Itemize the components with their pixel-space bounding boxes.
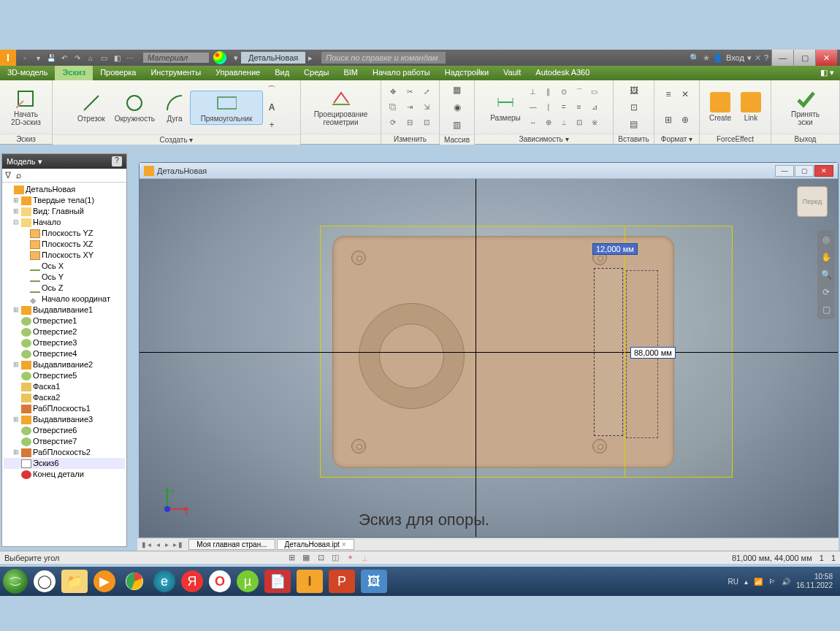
tree-view[interactable]: ⊞Вид: Главный [4, 206, 125, 217]
dimension-value-top[interactable]: 12,000 мм [592, 243, 638, 255]
tree-axis-z[interactable]: Ось Z [4, 283, 125, 294]
taskbar-explorer-icon[interactable]: 📁 [61, 570, 88, 593]
tray-flag-icon[interactable]: 🏳 [768, 578, 776, 586]
format-icon[interactable]: ≡ [660, 86, 676, 102]
dimension-button[interactable]: Размеры [486, 91, 525, 123]
star-icon[interactable]: ★ [703, 53, 710, 63]
tree-hole6[interactable]: Отверстие6 [4, 425, 125, 436]
taskbar-edge-icon[interactable]: e [153, 570, 175, 592]
line-button[interactable]: Отрезок [73, 91, 110, 124]
find-icon[interactable]: ⌕ [16, 170, 21, 180]
active-document-tab[interactable]: ДетальНовая [241, 52, 305, 64]
docwin-close-button[interactable]: ✕ [814, 165, 833, 177]
constraint-icon[interactable]: ⊿ [587, 100, 602, 115]
taskbar-yandex-icon[interactable]: ◯ [34, 570, 56, 592]
nav-lookat-icon[interactable]: ▢ [820, 303, 833, 316]
tree-hole2[interactable]: Отверстие2 [4, 326, 125, 337]
tab-close-icon[interactable]: × [342, 540, 346, 548]
status-dim-icon[interactable]: ✦ [343, 553, 356, 563]
panel-label-constrain[interactable]: Зависимость ▾ [475, 134, 613, 144]
tree-hole7[interactable]: Отверстие7 [4, 436, 125, 447]
help-search-input[interactable]: Поиск по справке и командам [321, 52, 446, 64]
rotate-icon[interactable]: ⟳ [386, 115, 400, 130]
start-button[interactable] [3, 569, 28, 594]
taskbar-powerpoint-icon[interactable]: P [329, 570, 355, 593]
status-grid-icon[interactable]: ▦ [299, 553, 313, 563]
panel-label-format[interactable]: Формат ▾ [654, 134, 699, 144]
format-icon[interactable]: ⊕ [677, 112, 693, 128]
tab-manage[interactable]: Управление [208, 66, 267, 80]
tree-sketch6[interactable]: Эскиз6 [4, 458, 125, 469]
tab-tools[interactable]: Инструменты [143, 66, 208, 80]
copy-icon[interactable]: ⿻ [386, 100, 400, 115]
constraint-icon[interactable]: ⊙ [557, 85, 571, 99]
arc-button[interactable]: Дуга [160, 91, 189, 124]
format-icon[interactable]: ⊞ [660, 112, 676, 128]
extend-icon[interactable]: ⇥ [402, 100, 417, 115]
tree-hole3[interactable]: Отверстие3 [4, 337, 125, 348]
tab-inspect[interactable]: Проверка [93, 66, 143, 80]
constraint-icon[interactable]: ⊥ [526, 85, 541, 99]
search-icon[interactable]: 🔍 [690, 53, 700, 63]
viewport[interactable]: 12,000 мм 88,000 мм Перед ◎ ✋ 🔍 ⟳ ▢ y x … [140, 179, 838, 537]
qat-more-icon[interactable]: ⋯ [124, 52, 136, 64]
tab-bim[interactable]: BIM [336, 66, 365, 80]
qat-select-icon[interactable]: ▭ [98, 52, 110, 64]
taskbar-media-icon[interactable]: ▶ [93, 570, 115, 592]
move-icon[interactable]: ✥ [386, 85, 400, 99]
status-auto-icon[interactable]: ⟂ [358, 553, 371, 563]
qat-material-icon[interactable]: ◧ [111, 52, 123, 64]
doctab-part[interactable]: ДетальНовая.ipt × [277, 539, 354, 550]
circ-pattern-icon[interactable]: ◉ [449, 99, 465, 115]
app-logo[interactable]: I [0, 50, 16, 66]
document-titlebar[interactable]: ДетальНовая — ▢ ✕ [140, 163, 838, 179]
constraint-icon[interactable]: ▭ [587, 85, 602, 99]
rect-pattern-icon[interactable]: ▦ [449, 82, 465, 98]
qat-open-icon[interactable]: ▾ [32, 52, 44, 64]
point-button[interactable]: + [264, 117, 280, 133]
nav-orbit-icon[interactable]: ⟳ [820, 286, 833, 299]
tree-hole1[interactable]: Отверстие1 [4, 316, 125, 326]
status-slice-icon[interactable]: ◫ [329, 553, 342, 563]
model-browser-header[interactable]: Модель ▾ ? [2, 154, 126, 169]
circle-button[interactable]: Окружность [110, 91, 159, 124]
tree-workplane2[interactable]: ⊞РабПлоскость2 [4, 447, 125, 458]
tray-network-icon[interactable]: 📶 [754, 578, 763, 586]
tree-chamfer1[interactable]: Фаска1 [4, 381, 125, 392]
constraint-icon[interactable]: = [557, 100, 571, 115]
constraint-icon[interactable]: ⟂ [557, 115, 571, 130]
tree-plane-xy[interactable]: Плоскость XY [4, 250, 125, 261]
tree-origin[interactable]: ⊟Начало [4, 217, 125, 228]
split-icon[interactable]: ⊟ [402, 115, 417, 130]
tab-environments[interactable]: Среды [297, 66, 336, 80]
tree-end-of-part[interactable]: Конец детали [4, 469, 125, 480]
tray-clock[interactable]: 10:58 16.11.2022 [796, 573, 837, 590]
insert-points-icon[interactable]: ⊡ [626, 99, 642, 115]
constraint-icon[interactable]: — [526, 100, 541, 115]
qat-undo-icon[interactable]: ↶ [58, 52, 70, 64]
taskbar-ya-icon[interactable]: Я [181, 570, 203, 592]
status-snap-icon[interactable]: ⊞ [285, 553, 298, 563]
ribbon-toggle-icon[interactable]: ◧ ▾ [814, 66, 840, 80]
tray-lang[interactable]: RU [728, 578, 738, 586]
docwin-minimize-button[interactable]: — [775, 165, 794, 177]
tab-get-started[interactable]: Начало работы [365, 66, 438, 80]
fillet-button[interactable]: ⌒ [264, 82, 280, 98]
tab-3d-model[interactable]: 3D-модель [0, 66, 55, 80]
doctab-nav-controls[interactable]: ▮◂ ◂ ▸ ▸▮ [137, 540, 188, 548]
exchange-icon[interactable]: ✕ [755, 53, 761, 63]
qat-redo-icon[interactable]: ↷ [72, 52, 83, 64]
insert-image-icon[interactable]: 🖼 [626, 83, 642, 99]
finish-sketch-button[interactable]: Принять эски [787, 87, 824, 128]
qat-home-icon[interactable]: ⌂ [85, 52, 96, 64]
tree-axis-y[interactable]: Ось Y [4, 272, 125, 283]
constraint-icon[interactable]: ≡ [572, 100, 587, 115]
tab-vault[interactable]: Vault [496, 66, 528, 80]
format-icon[interactable]: ✕ [677, 86, 693, 102]
qat-save-icon[interactable]: 💾 [45, 52, 57, 64]
insert-acad-icon[interactable]: ▤ [626, 116, 642, 132]
tab-a360[interactable]: Autodesk A360 [528, 66, 597, 80]
tree-plane-xz[interactable]: Плоскость XZ [4, 239, 125, 250]
constraint-icon[interactable]: ⊕ [541, 115, 556, 130]
tree-origin-point[interactable]: ◆Начало координат [4, 294, 125, 305]
